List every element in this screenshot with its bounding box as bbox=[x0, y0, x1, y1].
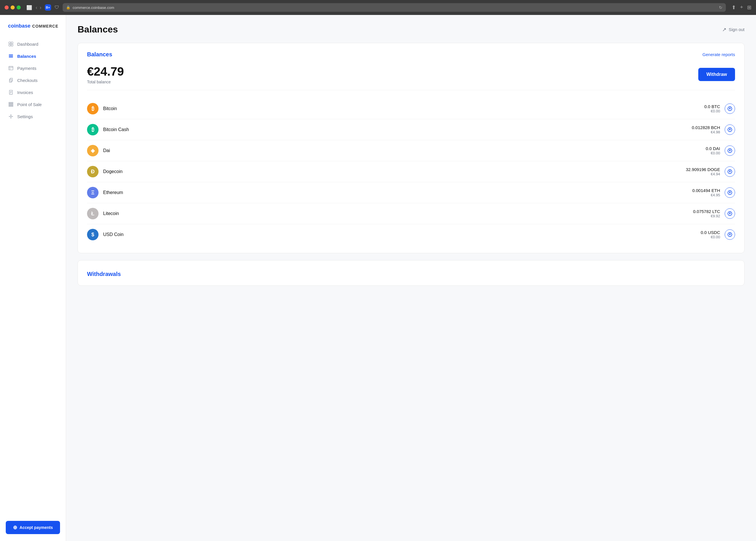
plus-circle-icon: ⊕ bbox=[13, 524, 17, 531]
svg-rect-2 bbox=[9, 44, 11, 46]
share-icon[interactable]: ⬆ bbox=[732, 4, 736, 11]
currency-name-btc: Bitcoin bbox=[103, 106, 704, 111]
svg-point-29 bbox=[9, 116, 10, 117]
logo-coinbase: coinbase bbox=[8, 23, 30, 29]
sidebar-item-invoices[interactable]: Invoices bbox=[0, 87, 66, 98]
svg-rect-7 bbox=[9, 66, 13, 70]
accept-payments-label: Accept payments bbox=[20, 525, 53, 530]
sign-out-button[interactable]: ↗ Sign out bbox=[722, 26, 744, 33]
traffic-lights bbox=[5, 5, 21, 9]
withdrawals-card: Withdrawals bbox=[78, 260, 744, 286]
svg-point-30 bbox=[12, 116, 13, 117]
address-bar[interactable]: 🔒 commerce.coinbase.com ↻ bbox=[63, 3, 726, 12]
currency-name-usdc: USD Coin bbox=[103, 232, 700, 237]
currency-eur: €0.00 bbox=[706, 151, 720, 155]
currency-amount: 0.012828 BCH bbox=[692, 125, 720, 130]
currency-balance-usdc: 0.0 USDC €0.00 bbox=[700, 230, 720, 239]
logo: coinbase COMMERCE bbox=[0, 23, 66, 38]
balances-icon bbox=[8, 53, 14, 59]
browser-actions: ⬆ + ⊞ bbox=[732, 4, 751, 11]
sidebar-item-balances[interactable]: Balances bbox=[0, 50, 66, 62]
svg-rect-17 bbox=[9, 102, 10, 104]
sidebar-nav: Dashboard Balances bbox=[0, 38, 66, 514]
shield-icon: 🛡 bbox=[55, 5, 59, 10]
logo-commerce: COMMERCE bbox=[32, 24, 58, 28]
sidebar-item-settings[interactable]: Settings bbox=[0, 111, 66, 122]
svg-rect-24 bbox=[10, 106, 12, 107]
withdraw-currency-button-bch[interactable] bbox=[725, 125, 735, 135]
sidebar-item-checkouts[interactable]: Checkouts bbox=[0, 74, 66, 86]
sidebar-item-label-payments: Payments bbox=[17, 66, 37, 71]
pos-icon bbox=[8, 102, 14, 107]
sidebar-toggle-icon[interactable]: ⬜ bbox=[26, 5, 32, 10]
browser-nav: ‹ › bbox=[36, 5, 41, 11]
back-icon[interactable]: ‹ bbox=[36, 5, 37, 11]
currency-list: ₿ Bitcoin 0.0 BTC €0.00 ₿ Bitcoin Cash 0… bbox=[87, 98, 735, 245]
sidebar-item-dashboard[interactable]: Dashboard bbox=[0, 38, 66, 50]
total-balance-section: €24.79 Total balance Withdraw bbox=[87, 65, 735, 90]
currency-amount: 0.0 DAI bbox=[706, 146, 720, 151]
currency-balance-doge: 32.909196 DOGE €4.94 bbox=[686, 167, 720, 176]
svg-point-27 bbox=[11, 115, 11, 115]
close-button[interactable] bbox=[5, 5, 9, 9]
currency-name-doge: Dogecoin bbox=[103, 169, 686, 174]
currency-icon-dai: ◈ bbox=[87, 145, 99, 156]
svg-rect-5 bbox=[9, 56, 13, 56]
sidebar-item-label-settings: Settings bbox=[17, 114, 33, 119]
svg-rect-0 bbox=[9, 42, 11, 44]
currency-row: Ξ Ethereum 0.001494 ETH €4.95 bbox=[87, 182, 735, 203]
withdraw-currency-button-doge[interactable] bbox=[725, 167, 735, 177]
currency-icon-ltc: Ł bbox=[87, 208, 99, 219]
sidebar-item-payments[interactable]: Payments bbox=[0, 62, 66, 74]
generate-reports-link[interactable]: Generate reports bbox=[703, 52, 735, 57]
minimize-button[interactable] bbox=[11, 5, 15, 9]
currency-amount: 0.001494 ETH bbox=[692, 188, 720, 193]
currency-eur: €4.94 bbox=[686, 172, 720, 176]
withdraw-currency-button-dai[interactable] bbox=[725, 146, 735, 156]
forward-icon[interactable]: › bbox=[40, 5, 41, 11]
sign-out-label: Sign out bbox=[729, 27, 744, 32]
sidebar-item-point-of-sale[interactable]: Point of Sale bbox=[0, 99, 66, 110]
withdraw-currency-button-eth[interactable] bbox=[725, 188, 735, 198]
new-tab-icon[interactable]: + bbox=[740, 4, 743, 11]
currency-row: ₿ Bitcoin Cash 0.012828 BCH €4.98 bbox=[87, 119, 735, 140]
sidebar-item-label-checkouts: Checkouts bbox=[17, 78, 38, 83]
currency-name-ltc: Litecoin bbox=[103, 211, 693, 216]
withdraw-currency-button-btc[interactable] bbox=[725, 104, 735, 114]
svg-rect-1 bbox=[11, 42, 13, 44]
card-header: Balances Generate reports bbox=[87, 51, 735, 58]
page-title: Balances bbox=[78, 24, 118, 35]
app-container: coinbase COMMERCE Dashboard bbox=[0, 15, 756, 541]
currency-icon-bch: ₿ bbox=[87, 124, 99, 135]
svg-rect-23 bbox=[9, 106, 10, 107]
currency-icon-btc: ₿ bbox=[87, 103, 99, 114]
withdraw-currency-button-usdc[interactable] bbox=[725, 230, 735, 240]
main-content: Balances ↗ Sign out Balances Generate re… bbox=[66, 15, 756, 541]
browser-chrome: ⬜ ‹ › B+ 🛡 🔒 commerce.coinbase.com ↻ ⬆ +… bbox=[0, 0, 756, 15]
svg-point-28 bbox=[11, 118, 11, 119]
tabs-icon[interactable]: ⊞ bbox=[747, 4, 751, 11]
sidebar-item-label-dashboard: Dashboard bbox=[17, 42, 38, 47]
currency-row: Ð Dogecoin 32.909196 DOGE €4.94 bbox=[87, 161, 735, 182]
withdraw-button[interactable]: Withdraw bbox=[698, 68, 735, 81]
total-amount: €24.79 bbox=[87, 65, 124, 79]
refresh-icon[interactable]: ↻ bbox=[719, 5, 722, 10]
svg-rect-6 bbox=[9, 57, 13, 58]
currency-balance-ltc: 0.075782 LTC €9.92 bbox=[693, 209, 720, 218]
withdraw-currency-button-ltc[interactable] bbox=[725, 209, 735, 219]
sidebar-item-label-invoices: Invoices bbox=[17, 90, 33, 95]
sign-out-icon: ↗ bbox=[722, 26, 726, 33]
accept-payments-button[interactable]: ⊕ Accept payments bbox=[6, 521, 60, 534]
currency-row: ₿ Bitcoin 0.0 BTC €0.00 bbox=[87, 98, 735, 119]
svg-rect-20 bbox=[9, 104, 10, 105]
url-text: commerce.coinbase.com bbox=[73, 5, 114, 10]
sidebar-item-label-balances: Balances bbox=[17, 54, 36, 59]
currency-balance-dai: 0.0 DAI €0.00 bbox=[706, 146, 720, 155]
currency-amount: 0.075782 LTC bbox=[693, 209, 720, 214]
sidebar-item-label-pos: Point of Sale bbox=[17, 102, 42, 107]
invoices-icon bbox=[8, 89, 14, 95]
svg-rect-18 bbox=[10, 102, 12, 104]
currency-amount: 0.0 USDC bbox=[700, 230, 720, 235]
balances-card-title: Balances bbox=[87, 51, 112, 58]
maximize-button[interactable] bbox=[17, 5, 21, 9]
